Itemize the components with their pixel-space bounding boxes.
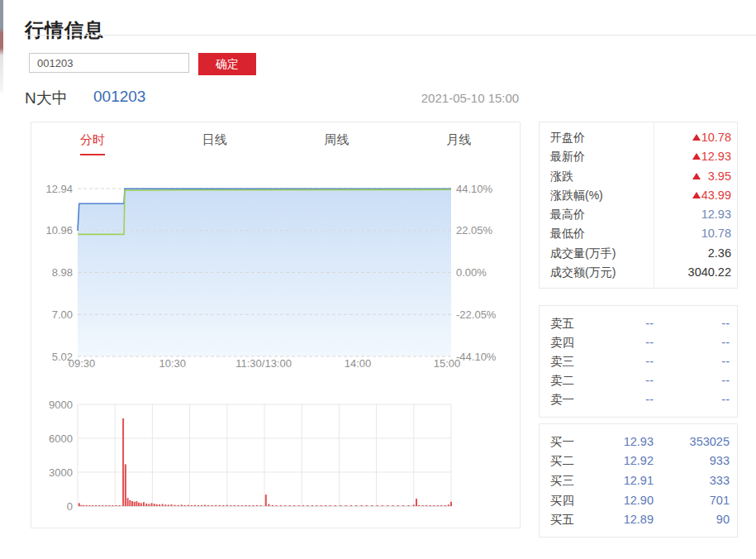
volume-bar	[387, 505, 388, 506]
price-axis-label: 10.96	[45, 224, 73, 236]
quote-value: 43.99	[701, 186, 731, 205]
title-divider	[25, 35, 756, 36]
volume-bar	[81, 505, 83, 506]
volume-bar	[293, 505, 295, 506]
ask-price: --	[608, 390, 654, 408]
volume-bar	[316, 505, 317, 506]
tab-monthly[interactable]: 月线	[446, 132, 471, 154]
volume-bar	[215, 505, 216, 506]
stock-code-input[interactable]	[29, 53, 189, 73]
volume-bar	[143, 502, 145, 506]
ask-price: --	[608, 314, 654, 332]
tab-intraday[interactable]: 分时	[80, 132, 105, 155]
volume-bar	[377, 505, 378, 506]
confirm-button[interactable]: 确定	[198, 53, 256, 75]
volume-bar	[382, 505, 383, 506]
volume-bar	[252, 505, 254, 506]
volume-bar	[204, 505, 206, 507]
ask-order-row: 卖二----	[540, 371, 737, 389]
volume-bar	[260, 505, 262, 506]
volume-bar	[256, 505, 258, 506]
volume-bar	[276, 505, 278, 506]
ask-volume: --	[654, 333, 730, 351]
bid-price: 12.90	[608, 491, 654, 509]
volume-bar	[241, 505, 243, 506]
bid-volume: 353025	[654, 432, 730, 451]
bid-volume: 90	[654, 510, 730, 528]
quote-value: 3.95	[708, 167, 731, 186]
volume-bar	[222, 505, 224, 506]
volume-bar	[330, 505, 331, 506]
volume-bar	[289, 505, 291, 506]
ask-level-label: 卖四	[550, 333, 608, 351]
price-axis-label: 12.94	[45, 183, 73, 195]
quote-label: 最高价	[550, 205, 585, 224]
bid-volume: 933	[654, 452, 730, 470]
bid-order-row: 买二12.92933	[540, 452, 737, 470]
volume-bar	[156, 504, 158, 506]
ask-price: --	[608, 371, 654, 389]
bid-volume: 333	[654, 471, 730, 490]
page-title: 行情信息	[25, 17, 104, 43]
volume-bar	[122, 418, 124, 506]
up-arrow-icon	[692, 173, 701, 179]
volume-bar	[105, 505, 107, 506]
volume-bar	[159, 504, 160, 506]
volume-bar	[207, 505, 209, 506]
volume-bar	[413, 504, 415, 506]
tab-weekly[interactable]: 周线	[324, 132, 349, 154]
volume-bar	[430, 505, 431, 506]
volume-bar	[361, 505, 363, 506]
quote-value: 10.78	[701, 128, 731, 147]
volume-bar	[307, 505, 308, 506]
price-axis-label: 8.98	[52, 266, 73, 279]
left-edge-strip	[0, 0, 3, 93]
ask-level-label: 卖二	[550, 371, 608, 389]
quote-label: 涨跌	[550, 167, 573, 186]
volume-bar	[191, 505, 193, 506]
volume-bar	[178, 505, 179, 506]
percent-axis-label: 44.10%	[456, 183, 493, 195]
bid-order-row: 买三12.91333	[540, 471, 737, 490]
volume-bar	[219, 505, 221, 506]
bid-order-row: 买五12.8990	[540, 510, 737, 528]
volume-bar	[184, 505, 186, 506]
volume-bar	[325, 505, 326, 506]
volume-bar	[154, 504, 155, 506]
volume-bar	[86, 505, 88, 506]
price-axis-label: 7.00	[52, 308, 73, 321]
volume-bar	[371, 505, 373, 506]
volume-bar	[136, 501, 137, 506]
ask-orders-panel: 卖五----卖四----卖三----卖二----卖一----	[539, 305, 738, 418]
volume-bar	[321, 505, 322, 506]
quote-page: 行情信息 确定 N大中 001203 2021-05-10 15:00 分时日线…	[0, 0, 756, 559]
chart-tabs: 分时日线周线月线	[31, 132, 520, 160]
up-arrow-icon	[692, 153, 701, 160]
quote-row: 最新价12.93	[540, 147, 737, 166]
volume-bar	[174, 505, 176, 506]
bid-volume: 701	[654, 491, 730, 509]
volume-bar	[201, 505, 202, 506]
quote-value: 2.36	[708, 244, 731, 263]
volume-bar	[418, 505, 420, 506]
quote-detail-panel: 开盘价10.78最新价12.93涨跌3.95涨跌幅(%)43.99最高价12.9…	[539, 122, 738, 289]
volume-bar	[237, 505, 239, 506]
ask-volume: --	[654, 352, 730, 370]
volume-bar	[298, 505, 300, 506]
volume-bar	[335, 505, 336, 506]
quote-row: 涨跌3.95	[540, 167, 737, 186]
time-axis-label: 11:30/13:00	[235, 357, 292, 370]
ask-price: --	[608, 352, 654, 370]
volume-bar	[89, 505, 91, 506]
volume-bar	[416, 499, 417, 506]
percent-axis-label: -44.10%	[456, 351, 497, 363]
volume-bar	[129, 500, 131, 506]
tab-daily[interactable]: 日线	[202, 132, 227, 154]
volume-axis-label: 0	[67, 500, 73, 513]
volume-bar	[102, 505, 103, 506]
volume-bar	[272, 505, 273, 506]
volume-bar	[127, 498, 129, 506]
volume-bar	[197, 505, 199, 506]
quote-row: 最高价12.93	[540, 205, 737, 224]
stock-name: N大中	[25, 88, 68, 109]
